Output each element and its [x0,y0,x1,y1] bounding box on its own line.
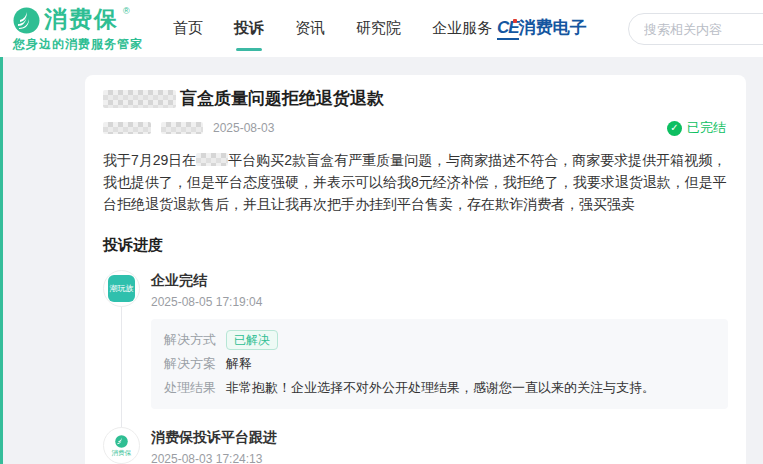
search-input[interactable] [628,13,763,45]
left-accent-strip [0,57,3,464]
main-nav: 首页 投诉 资讯 研究院 企业服务 [173,0,492,57]
nav-item-news[interactable]: 资讯 [295,19,325,38]
brand-name: 消费保 [44,6,119,32]
page-title: 盲盒质量问题拒绝退货退款 [180,88,384,110]
timeline-entry-enterprise: 潮玩族 企业完结 2025-08-05 17:19:04 解决方式 已解决 解决… [103,270,728,409]
status-label: 已完结 [687,119,726,137]
detail-label: 解决方式 [164,330,216,350]
complaint-title-row: 盲盒质量问题拒绝退货退款 [103,88,728,110]
enterprise-logo-icon: 潮玩族 [108,275,135,302]
entry-title: 企业完结 [151,272,728,290]
nav-item-home[interactable]: 首页 [173,19,203,38]
progress-section-heading: 投诉进度 [103,236,728,255]
entry-timestamp: 2025-08-05 17:19:04 [151,295,728,309]
detail-value: 非常抱歉！企业选择不对外公开处理结果，感谢您一直以来的关注与支持。 [226,378,655,398]
redacted-user-id [161,122,203,134]
detail-row-resolution-type: 解决方式 已解决 [164,328,715,352]
page: 消费保 ® 您身边的消费服务管家 首页 投诉 资讯 研究院 企业服务 CE消费电… [0,0,763,464]
ce-logo-icon: CE [497,18,519,40]
nav-item-complaints[interactable]: 投诉 [234,19,264,38]
partner-logo-ce[interactable]: CE消费电子 [497,16,587,39]
detail-row-result: 处理结果 非常抱歉！企业选择不对外公开处理结果，感谢您一直以来的关注与支持。 [164,376,715,400]
entry-detail-box: 解决方式 已解决 解决方案 解释 处理结果 非常抱歉！企业选择不对外公开处理结果… [151,319,728,409]
status-badge: ✓ 已完结 [667,119,728,137]
redacted-brand-name [103,90,176,108]
avatar: 消费保 [103,427,140,464]
complaint-card: 盲盒质量问题拒绝退货退款 2025-08-03 ✓ 已完结 我于7月29日在平台… [85,75,746,464]
complaint-date: 2025-08-03 [213,121,274,135]
complaint-meta-row: 2025-08-03 ✓ 已完结 [103,119,728,137]
detail-row-solution: 解决方案 解释 [164,352,715,376]
timeline-entry-platform: 消费保 消费保投诉平台跟进 2025-08-03 17:24:13 跟进内容 投… [103,427,728,464]
check-circle-icon: ✓ [667,121,682,136]
brand-tagline: 您身边的消费服务管家 [13,36,143,53]
nav-item-enterprise[interactable]: 企业服务 [432,19,492,38]
brand-leaf-icon [13,7,40,34]
avatar: 潮玩族 [103,270,140,307]
entry-title: 消费保投诉平台跟进 [151,429,728,447]
brand-registered-mark: ® [123,6,130,16]
nav-item-institute[interactable]: 研究院 [356,19,401,38]
redacted-username [103,122,151,134]
detail-value: 解释 [226,354,252,374]
detail-label: 解决方案 [164,354,216,374]
redacted-platform-name [196,153,228,166]
detail-label: 处理结果 [164,378,216,398]
xfb-mini-logo-text: 消费保 [112,449,131,455]
description-prefix: 我于7月29日在 [103,152,196,168]
header: 消费保 ® 您身边的消费服务管家 首页 投诉 资讯 研究院 企业服务 CE消费电… [0,0,763,57]
brand-logo[interactable]: 消费保 ® 您身边的消费服务管家 [13,6,143,53]
entry-timestamp: 2025-08-03 17:24:13 [151,452,728,464]
resolved-badge: 已解决 [226,330,278,350]
xfb-mini-logo-icon: 消费保 [111,435,132,456]
complaint-description: 我于7月29日在平台购买2款盲盒有严重质量问题，与商家描述不符合，商家要求提供开… [103,149,728,215]
ce-logo-text: 消费电子 [519,18,587,37]
progress-timeline: 潮玩族 企业完结 2025-08-05 17:19:04 解决方式 已解决 解决… [103,270,728,464]
